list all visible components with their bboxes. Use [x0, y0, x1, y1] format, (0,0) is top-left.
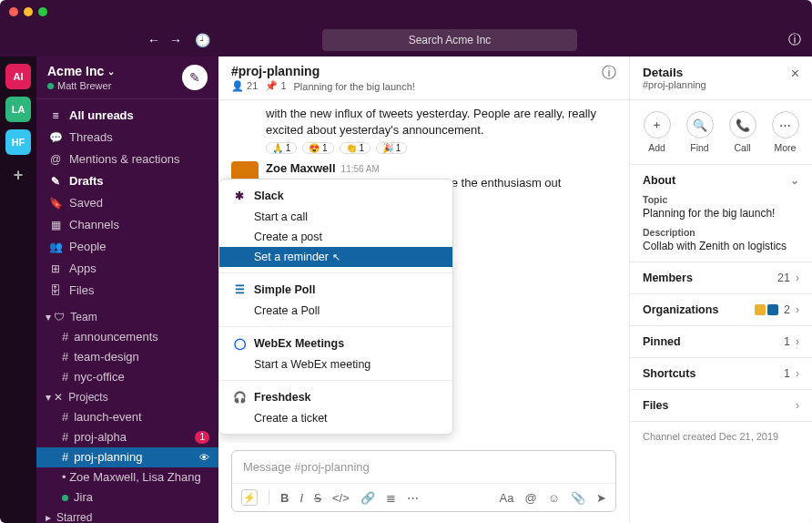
channel-item[interactable]: # nyc-office — [36, 367, 218, 387]
current-user: Matt Brewer — [57, 80, 111, 91]
reaction[interactable]: 😍 1 — [302, 142, 333, 154]
sidebar-item[interactable]: ▦Channels — [36, 214, 218, 236]
channel-item[interactable]: # proj-planning👁 — [36, 447, 218, 467]
workspace-name[interactable]: Acme Inc⌄ — [47, 64, 115, 78]
member-count[interactable]: 👤 21 — [231, 80, 258, 92]
details-action[interactable]: 🔍Find — [686, 111, 714, 153]
channel-pane: #proj-planning 👤 21 📌 1 Planning for the… — [218, 56, 630, 523]
list-button[interactable]: ≣ — [386, 491, 396, 505]
details-subtitle: #proj-planning — [643, 79, 706, 90]
channel-item[interactable]: Jira — [36, 487, 218, 508]
message-text: with the new influx of tweets yesterday.… — [266, 106, 616, 138]
section-team[interactable]: ▾ 🛡 Team — [36, 307, 218, 327]
app-window: ← → 🕘 Search Acme Inc ⓘ AI LA HF + Acme … — [0, 0, 812, 523]
window-minimize[interactable] — [24, 7, 33, 16]
send-button[interactable]: ➤ — [596, 491, 606, 505]
shortcuts-menu: ✱SlackStart a callCreate a postSet a rem… — [218, 179, 453, 435]
sidebar-item[interactable]: 🔖Saved — [36, 192, 218, 214]
sidebar-item[interactable]: @Mentions & reactions — [36, 149, 218, 170]
sidebar-item[interactable]: 👥People — [36, 236, 218, 258]
reaction[interactable]: 🎉 1 — [376, 142, 407, 154]
chevron-down-icon: ⌄ — [790, 174, 799, 187]
details-action[interactable]: 📞Call — [729, 111, 756, 153]
sidebar-item[interactable]: ✎Drafts — [36, 170, 218, 192]
channel-item[interactable]: # proj-alpha1 — [36, 427, 218, 447]
presence-indicator — [47, 83, 54, 89]
channel-item[interactable]: • Zoe Maxwell, Lisa Zhang — [36, 467, 218, 487]
sidebar-item[interactable]: ≡All unreads — [36, 105, 218, 127]
message-author[interactable]: Zoe Maxwell — [266, 161, 336, 175]
shortcut-app: ◯WebEx Meetings — [219, 333, 452, 354]
history-button[interactable]: 🕘 — [195, 33, 210, 47]
pin-count[interactable]: 📌 1 — [265, 80, 286, 92]
workspace-rail: AI LA HF + — [0, 56, 36, 523]
composer-input[interactable]: Message #proj-planning — [232, 451, 615, 483]
section-starred[interactable]: ▸ Starred — [36, 508, 218, 523]
italic-button[interactable]: I — [299, 491, 303, 505]
section-projects[interactable]: ▾ ✕ Projects — [36, 387, 218, 407]
channel-info-icon[interactable]: ⓘ — [602, 64, 616, 83]
strike-button[interactable]: S̶ — [314, 491, 321, 505]
code-button[interactable]: </> — [332, 491, 350, 505]
search-input[interactable]: Search Acme Inc — [322, 29, 577, 51]
details-row[interactable]: Files › — [630, 390, 812, 422]
topic-value[interactable]: Planning for the big launch! — [643, 207, 799, 220]
details-row[interactable]: Organizations2 › — [630, 294, 812, 326]
history-back[interactable]: ← — [147, 33, 160, 47]
details-row[interactable]: Members21 › — [630, 262, 812, 294]
channel-created: Channel created Dec 21, 2019 — [630, 422, 812, 451]
channel-title[interactable]: #proj-planning — [231, 64, 415, 78]
description-value[interactable]: Collab with Zenith on logistics — [643, 240, 799, 252]
window-close[interactable] — [9, 7, 18, 16]
details-pane: Details #proj-planning × ＋Add🔍Find📞Call⋯… — [630, 56, 812, 523]
shortcut-item[interactable]: Start a WebEx meeting — [219, 354, 452, 374]
history-forward[interactable]: → — [169, 33, 182, 47]
channel-item[interactable]: # team-design — [36, 347, 218, 367]
reaction[interactable]: 👏 1 — [340, 142, 370, 154]
message-time: 11:56 AM — [341, 164, 380, 174]
shortcut-item[interactable]: Start a call — [219, 207, 452, 227]
shortcut-item[interactable]: Create a ticket — [219, 408, 452, 428]
composer-toolbar: ⚡ B I S̶ </> 🔗 ≣ ⋯ Aa @ ☺ 📎 ➤ — [232, 483, 615, 511]
workspace-switch[interactable]: LA — [5, 97, 31, 122]
shortcut-item[interactable]: Set a reminder↖ — [219, 247, 452, 267]
sidebar: Acme Inc⌄ Matt Brewer ✎ ≡All unreads💬Thr… — [36, 56, 218, 523]
font-button[interactable]: Aa — [500, 491, 514, 505]
shortcut-item[interactable]: Create a Poll — [219, 301, 452, 321]
help-button[interactable]: ⓘ — [788, 32, 801, 48]
sidebar-item[interactable]: 🗄Files — [36, 280, 218, 302]
bold-button[interactable]: B — [280, 491, 289, 505]
window-titlebar — [0, 0, 812, 24]
details-action[interactable]: ＋Add — [644, 111, 671, 153]
reaction[interactable]: 🙏 1 — [266, 142, 297, 154]
emoji-button[interactable]: ☺ — [548, 491, 560, 505]
topic-label: Topic — [643, 194, 799, 205]
message-composer[interactable]: Message #proj-planning ⚡ B I S̶ </> 🔗 ≣ … — [231, 450, 616, 512]
attach-button[interactable]: 📎 — [571, 491, 585, 505]
top-toolbar: ← → 🕘 Search Acme Inc ⓘ — [0, 24, 812, 56]
description-label: Description — [643, 227, 799, 238]
details-title: Details — [643, 66, 706, 79]
sidebar-item[interactable]: ⊞Apps — [36, 258, 218, 280]
window-zoom[interactable] — [38, 7, 47, 16]
mention-button[interactable]: @ — [525, 491, 537, 505]
more-format-button[interactable]: ⋯ — [407, 491, 419, 505]
compose-button[interactable]: ✎ — [182, 65, 208, 90]
workspace-switch[interactable]: HF — [5, 129, 31, 155]
workspace-switch[interactable]: AI — [5, 64, 31, 89]
channel-item[interactable]: # launch-event — [36, 407, 218, 427]
about-header[interactable]: About — [643, 174, 675, 187]
channel-item[interactable]: # announcements — [36, 327, 218, 347]
shortcut-app: ✱Slack — [219, 185, 452, 207]
shortcut-item[interactable]: Create a post — [219, 227, 452, 247]
shortcuts-button[interactable]: ⚡ — [241, 489, 258, 506]
channel-topic-inline: Planning for the big launch! — [294, 81, 415, 92]
link-button[interactable]: 🔗 — [360, 491, 375, 505]
details-action[interactable]: ⋯More — [772, 111, 799, 153]
shortcut-app: ☰Simple Poll — [219, 279, 452, 301]
details-row[interactable]: Pinned1 › — [630, 326, 812, 358]
sidebar-item[interactable]: 💬Threads — [36, 127, 218, 149]
details-row[interactable]: Shortcuts1 › — [630, 358, 812, 390]
close-details[interactable]: × — [791, 66, 799, 82]
add-workspace[interactable]: + — [5, 162, 31, 188]
